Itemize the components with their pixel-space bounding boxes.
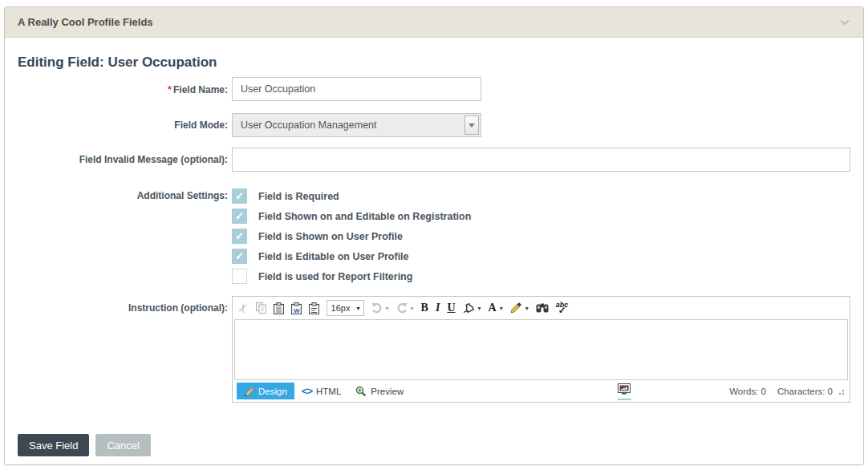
tab-preview-label: Preview [371,387,404,396]
panel-header[interactable]: A Really Cool Profile Fields [5,7,863,38]
checkbox-row: ✓Field is Shown on User Profile [232,226,471,246]
checkmark-icon: ✓ [235,211,244,221]
redo-button[interactable] [396,300,408,316]
tab-preview[interactable]: Preview [348,383,411,399]
paste-button[interactable] [274,300,284,316]
spellcheck-checkmark-icon: ✓ [558,305,566,316]
checkbox-checked[interactable]: ✓ [232,229,247,244]
checkbox-row: Field is used for Report Filtering [232,266,471,286]
cut-button[interactable]: ✂ [238,300,249,316]
undo-dropdown-icon[interactable]: ▾ [386,305,389,312]
tab-design[interactable]: Design [237,383,294,399]
font-color-icon: A [489,302,497,314]
font-size-dropdown-icon: ▾ [357,305,360,312]
spellcheck-button[interactable]: abc ✓ [556,301,570,315]
field-mode-selected-value: User Occupation Management [241,120,464,131]
select-arrow-button[interactable] [464,115,479,135]
font-color-button[interactable]: A [489,300,497,316]
checkbox-label[interactable]: Field is used for Report Filtering [258,271,412,282]
redo-icon [396,302,408,314]
additional-settings-label: Additional Settings: [137,190,228,201]
background-color-dropdown-icon[interactable]: ▾ [478,305,481,312]
required-asterisk: * [168,83,172,95]
checkbox-checked[interactable]: ✓ [232,188,247,204]
additional-settings-row: Additional Settings: ✓Field is Required✓… [18,184,850,286]
select-arrow-icon [468,124,475,128]
field-mode-label-cell: Field Mode: [18,113,232,131]
cancel-button[interactable]: Cancel [95,434,150,456]
checkmark-icon: ✓ [235,251,244,261]
underline-button[interactable]: U [447,300,455,316]
font-size-value: 16px [331,303,351,313]
checkbox-checked[interactable]: ✓ [232,249,247,264]
checkmark-icon: ✓ [235,231,244,241]
editor-content[interactable] [234,319,848,380]
paste-icon [274,302,284,314]
html-brackets-icon: <> [302,386,312,396]
checkbox-label[interactable]: Field is Shown on User Profile [258,231,403,242]
paste-plain-text-button[interactable] [309,300,319,316]
underline-icon: U [447,302,455,314]
copy-button[interactable] [256,300,266,316]
additional-settings-label-cell: Additional Settings: [18,184,232,201]
font-size-combo[interactable]: 16px ▾ [327,300,364,316]
checkbox-checked[interactable]: ✓ [232,209,247,224]
field-name-input[interactable] [232,77,481,101]
field-mode-select[interactable]: User Occupation Management [232,113,481,137]
panel-title: A Really Cool Profile Fields [18,16,839,28]
tab-design-label: Design [258,387,287,396]
copy-icon [256,302,266,314]
checkbox-unchecked[interactable] [232,269,247,284]
paste-from-word-icon: W [291,302,302,314]
monitor-icon [618,383,631,395]
paste-from-word-button[interactable]: W [291,300,302,316]
invalid-message-input[interactable] [232,148,850,172]
field-name-row: *Field Name: [18,77,850,101]
field-mode-label: Field Mode: [174,120,228,131]
field-name-label: Field Name: [173,84,228,95]
format-painter-button[interactable] [510,300,522,316]
form-actions: Save Field Cancel [18,434,850,456]
rich-text-editor: ✂ [232,296,850,403]
preview-magnifier-icon [355,386,367,397]
redo-dropdown-icon[interactable]: ▾ [411,305,414,312]
instruction-label: Instruction (optional): [128,302,228,314]
editor-status: Words: 0 Characters: 0 [729,387,833,396]
field-name-label-cell: *Field Name: [18,77,232,95]
paste-plain-text-icon [309,302,319,314]
checkbox-row: ✓Field Shown on and Editable on Registra… [232,206,471,226]
font-color-dropdown-icon[interactable]: ▾ [500,305,503,312]
checkbox-label[interactable]: Field is Required [258,191,339,202]
find-and-replace-button[interactable] [536,300,549,316]
checkbox-label[interactable]: Field is Editable on User Profile [258,251,409,262]
instruction-label-cell: Instruction (optional): [18,296,232,314]
undo-button[interactable] [371,300,383,316]
save-field-button[interactable]: Save Field [18,434,89,456]
tab-html[interactable]: <> HTML [294,383,349,399]
checkmark-icon: ✓ [235,191,244,201]
format-painter-dropdown-icon[interactable]: ▾ [525,305,529,312]
characters-count: Characters: 0 [777,387,833,396]
additional-settings-options: ✓Field is Required✓Field Shown on and Ed… [232,184,471,286]
find-and-replace-icon [536,303,549,313]
checkbox-label[interactable]: Field Shown on and Editable on Registrat… [258,211,471,222]
profile-fields-panel: A Really Cool Profile Fields Editing Fie… [4,6,864,465]
collapse-chevron-icon[interactable] [839,19,850,26]
svg-text:W: W [294,306,300,314]
instruction-row: Instruction (optional): ✂ [18,296,850,403]
checkbox-row: ✓Field is Required [232,186,471,206]
italic-button[interactable]: I [436,300,440,316]
checkbox-row: ✓Field is Editable on User Profile [232,246,471,266]
toggle-screen-mode-button[interactable] [618,383,631,400]
editor-footer: Design <> HTML Preview [233,380,850,402]
editor-toolbar: ✂ [233,297,850,319]
invalid-message-label-cell: Field Invalid Message (optional): [18,148,232,165]
background-color-button[interactable] [463,300,475,316]
bold-button[interactable]: B [421,300,428,316]
pencil-icon [244,386,254,396]
bold-icon: B [421,302,428,314]
cut-icon: ✂ [234,300,252,315]
field-mode-row: Field Mode: User Occupation Management [18,113,850,137]
tab-html-label: HTML [316,387,341,396]
resize-grip[interactable] [839,393,841,395]
